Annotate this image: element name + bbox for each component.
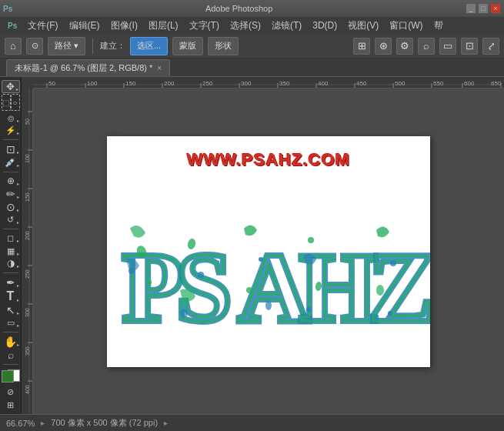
menu-bar: Ps 文件(F) 编辑(E) 图像(I) 图层(L) 文字(T) 选择(S) 滤… bbox=[0, 17, 504, 34]
dodge-arrow: ▸ bbox=[17, 263, 19, 269]
tool-history[interactable]: ↺ ▸ bbox=[2, 214, 20, 226]
svg-point-63 bbox=[180, 309, 188, 318]
ruler-vertical: 50 100 150 200 250 300 350 400 4 bbox=[22, 89, 33, 414]
tool-shape[interactable]: ▭ ▸ bbox=[2, 317, 20, 329]
tool-rect-marquee[interactable]: ⬚ bbox=[2, 94, 11, 111]
status-arrow[interactable]: ▸ bbox=[41, 419, 45, 427]
tool-pen[interactable]: ✒ ▸ bbox=[2, 276, 20, 289]
tool-text[interactable]: T ▸ bbox=[2, 289, 20, 303]
shape-label: 形状 bbox=[215, 40, 232, 52]
path-dropdown-arrow: ▾ bbox=[74, 41, 78, 51]
status-arrow2[interactable]: ▸ bbox=[164, 419, 168, 427]
eraser-arrow: ▸ bbox=[17, 238, 19, 243]
extra-icon[interactable]: ⊡ bbox=[461, 38, 478, 55]
sep-pen bbox=[3, 272, 18, 273]
menu-view[interactable]: 视图(V) bbox=[343, 18, 383, 34]
canvas-area[interactable]: 50 100 150 200 250 300 350 400 4 bbox=[22, 77, 504, 414]
svg-text:200: 200 bbox=[164, 80, 175, 87]
svg-point-60 bbox=[147, 280, 152, 285]
menu-select[interactable]: 选择(S) bbox=[225, 18, 265, 34]
move-icon[interactable]: ⊛ bbox=[375, 38, 392, 55]
tool-brush[interactable]: ✏ ▸ bbox=[2, 188, 20, 200]
tool-arrow: ▸ bbox=[16, 86, 18, 92]
tool-crop[interactable]: ⊡ ▸ bbox=[2, 143, 20, 155]
tool-lasso[interactable]: ⌾ ▸ bbox=[2, 112, 20, 124]
svg-text:H: H bbox=[299, 232, 377, 342]
mask-label: 蒙版 bbox=[179, 40, 196, 52]
tool-quick-mask[interactable]: ⊘ bbox=[2, 386, 20, 398]
close-button[interactable]: × bbox=[490, 3, 501, 14]
tool-eyedropper[interactable]: 💉 ▸ bbox=[2, 156, 20, 168]
select-button[interactable]: 选区... bbox=[130, 37, 168, 55]
ruler-horizontal: 50 100 150 200 250 300 350 400 4 bbox=[33, 77, 504, 89]
foreground-color[interactable] bbox=[2, 370, 14, 383]
tool-screen-mode[interactable]: ⊞ bbox=[2, 399, 20, 411]
doc-canvas[interactable]: WWW.PSAHZ.COM P P S S A A H H Z bbox=[33, 89, 504, 414]
zoom-level: 66.67% bbox=[6, 419, 35, 428]
menu-file[interactable]: 文件(F) bbox=[23, 18, 62, 34]
menu-text[interactable]: 文字(T) bbox=[185, 18, 224, 34]
sep-eraser bbox=[3, 229, 18, 229]
heal-arrow: ▸ bbox=[17, 181, 19, 186]
tool-path-sel[interactable]: ↖ ▸ bbox=[2, 304, 20, 316]
rect-icon[interactable]: ▭ bbox=[439, 38, 456, 55]
menu-edit[interactable]: 编辑(E) bbox=[65, 18, 105, 34]
menu-image[interactable]: 图像(I) bbox=[106, 18, 142, 34]
menu-window[interactable]: 窗口(W) bbox=[385, 18, 427, 34]
quick-mask-icon: ⊘ bbox=[7, 387, 14, 397]
tool-zoom[interactable]: ⌕ bbox=[2, 349, 20, 361]
shape-button[interactable]: 形状 bbox=[208, 37, 239, 55]
svg-text:400: 400 bbox=[25, 385, 30, 394]
color-swatches[interactable] bbox=[2, 370, 20, 382]
maximize-button[interactable]: □ bbox=[478, 3, 489, 14]
doc-tab-close[interactable]: × bbox=[157, 64, 162, 72]
minimize-button[interactable]: _ bbox=[466, 3, 476, 14]
tool-hand[interactable]: ✋ ▸ bbox=[2, 336, 20, 348]
text-icon: T bbox=[7, 289, 15, 303]
tool-marquee[interactable]: ⬚ ○ bbox=[2, 94, 20, 111]
tool-gradient[interactable]: ▦ ▸ bbox=[2, 245, 20, 256]
tool-magic-wand[interactable]: ⚡ ▸ bbox=[2, 125, 20, 136]
menu-filter[interactable]: 滤镜(T) bbox=[267, 18, 306, 34]
home-icon[interactable]: ⌂ bbox=[5, 38, 22, 55]
pen-arrow: ▸ bbox=[17, 282, 19, 288]
svg-text:600: 600 bbox=[464, 80, 475, 87]
menu-layer[interactable]: 图层(L) bbox=[144, 18, 183, 34]
options-bar: ⌂ ⊙ 路径 ▾ 建立： 选区... 蒙版 形状 ⊞ ⊛ ⚙ ⌕ ▭ ⊡ ⤤ bbox=[0, 34, 504, 58]
shape-t-arrow: ▸ bbox=[17, 322, 19, 328]
title-bar-controls[interactable]: _ □ × bbox=[466, 3, 501, 14]
tool-dodge[interactable]: ◑ ▸ bbox=[2, 258, 20, 269]
path-sel-icon: ↖ bbox=[6, 304, 15, 316]
tool-ellipse-marquee[interactable]: ○ bbox=[11, 94, 20, 111]
wand-arrow: ▸ bbox=[17, 130, 19, 135]
tool-heal[interactable]: ⊕ ▸ bbox=[2, 175, 20, 186]
gradient-icon: ▦ bbox=[7, 246, 15, 256]
layer-icon[interactable]: ⊞ bbox=[353, 38, 370, 55]
svg-text:50: 50 bbox=[48, 80, 55, 87]
tool-eraser[interactable]: ◻ ▸ bbox=[2, 232, 20, 244]
path-dropdown[interactable]: 路径 ▾ bbox=[48, 37, 85, 55]
search-icon[interactable]: ⌕ bbox=[418, 38, 435, 55]
doc-tab-title: 未标题-1 @ 66.7% (图层 2, RGB/8) * bbox=[15, 62, 152, 74]
svg-point-72 bbox=[388, 311, 392, 316]
menu-3d[interactable]: 3D(D) bbox=[308, 18, 342, 32]
tool-move[interactable]: ✥ ▸ bbox=[2, 80, 20, 93]
crop-icon: ⊡ bbox=[6, 143, 15, 155]
path-mode-icon[interactable]: ⊙ bbox=[26, 38, 43, 55]
zoom-icon: ⌕ bbox=[8, 349, 14, 361]
share-icon[interactable]: ⤤ bbox=[482, 38, 499, 55]
hand-arrow: ▸ bbox=[17, 342, 19, 347]
svg-text:200: 200 bbox=[25, 231, 30, 240]
svg-point-71 bbox=[376, 285, 384, 296]
settings-icon[interactable]: ⚙ bbox=[396, 38, 413, 55]
svg-text:550: 550 bbox=[433, 80, 444, 87]
menu-ps-icon[interactable]: Ps bbox=[3, 20, 22, 32]
svg-point-70 bbox=[390, 260, 396, 266]
tool-clone[interactable]: ⊙ ▸ bbox=[2, 201, 20, 213]
menu-help[interactable]: 帮 bbox=[429, 18, 448, 34]
grad-arrow: ▸ bbox=[17, 251, 19, 256]
mask-button[interactable]: 蒙版 bbox=[172, 37, 203, 55]
doc-tab-active[interactable]: 未标题-1 @ 66.7% (图层 2, RGB/8) * × bbox=[6, 59, 170, 76]
svg-text:500: 500 bbox=[395, 80, 406, 87]
magic-wand-icon: ⚡ bbox=[5, 125, 16, 135]
